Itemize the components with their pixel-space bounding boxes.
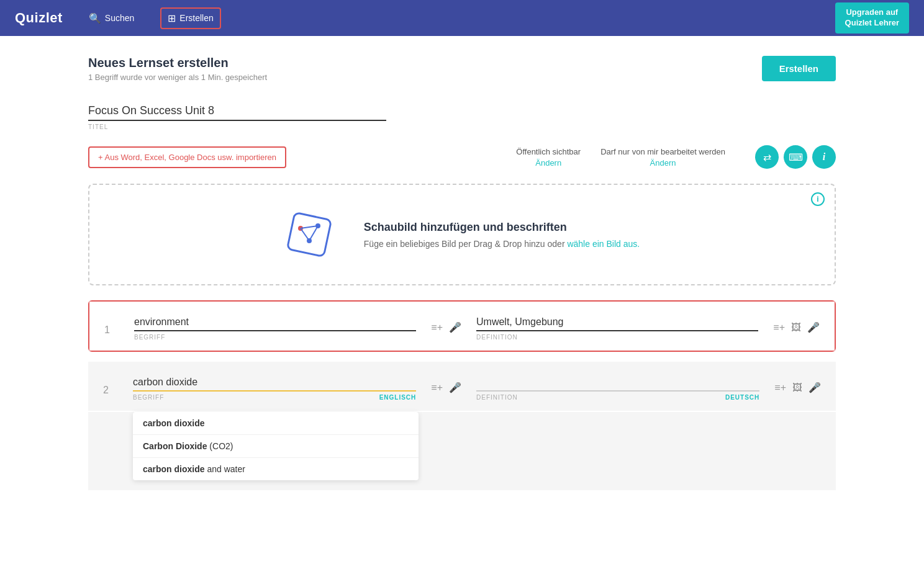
visibility-section: Öffentlich sichtbar Ändern Darf nur von … (516, 145, 836, 169)
create-icon: ⊞ (168, 12, 176, 24)
svg-line-5 (309, 226, 318, 241)
term-row-1: 1 BEGRIFF ≡+ 🎤 DEFINITION (88, 300, 836, 352)
public-visibility: Öffentlich sichtbar Ändern (516, 146, 581, 168)
def-2-label: DEFINITION (476, 394, 518, 401)
header-left: Neues Lernset erstellen 1 Begriff wurde … (88, 56, 267, 82)
search-label: Suchen (105, 13, 134, 23)
diagram-area: i Schaubild hinzufügen und beschriften F… (88, 184, 836, 285)
autocomplete-item-3[interactable]: carbon dioxide and water (133, 458, 419, 480)
def-2-input[interactable] (476, 374, 759, 392)
def-2-icons: ≡+ 🖼 🎤 (774, 382, 821, 401)
autocomplete-dropdown: carbon dioxide Carbon Dioxide (CO2) carb… (133, 412, 419, 480)
edit-change-link[interactable]: Ändern (650, 158, 676, 168)
diagram-info-icon[interactable]: i (811, 192, 825, 206)
search-nav-item[interactable]: 🔍 Suchen (83, 9, 140, 28)
arrows-icon-circle[interactable]: ⇄ (755, 145, 779, 169)
term-2-icons: ≡+ 🎤 (431, 382, 461, 401)
term-1-icons: ≡+ 🎤 (431, 321, 461, 341)
search-icon: 🔍 (89, 12, 101, 24)
main-content: Neues Lernset erstellen 1 Begriff wurde … (0, 36, 924, 582)
import-button[interactable]: + Aus Word, Excel, Google Docs usw. impo… (88, 146, 286, 168)
vis-icons: ⇄ ⌨ i (755, 145, 836, 169)
def-1-format-icon[interactable]: ≡+ (773, 322, 785, 333)
def-2-field: DEFINITION DEUTSCH (476, 374, 759, 401)
term-1-label: BEGRIFF (134, 334, 416, 341)
def-1-label: DEFINITION (476, 334, 758, 341)
term-2-input[interactable] (133, 374, 416, 392)
term-2-format-icon[interactable]: ≡+ (431, 382, 443, 393)
autocomplete-item-2[interactable]: Carbon Dioxide (CO2) (133, 435, 419, 458)
def-2-format-icon[interactable]: ≡+ (774, 382, 786, 393)
term-2-lang-label: ENGLISCH (379, 394, 417, 401)
svg-line-4 (301, 226, 318, 228)
def-2-mic-icon[interactable]: 🎤 (808, 382, 821, 393)
edit-visibility: Darf nur von mir bearbeitet werden Änder… (600, 146, 725, 168)
term-1-mic-icon[interactable]: 🎤 (449, 321, 461, 333)
edit-label: Darf nur von mir bearbeitet werden (600, 147, 725, 156)
autocomplete-item-1[interactable]: carbon dioxide (133, 412, 419, 435)
diagram-title: Schaubild hinzufügen und beschriften (364, 221, 640, 234)
def-1-mic-icon[interactable]: 🎤 (807, 321, 820, 333)
term-2-field: BEGRIFF ENGLISCH (133, 374, 416, 401)
def-1-icons: ≡+ 🖼 🎤 (773, 321, 820, 341)
public-label: Öffentlich sichtbar (516, 147, 581, 156)
diagram-description: Füge ein beliebiges Bild per Drag & Drop… (364, 239, 640, 249)
diagram-svg-icon (284, 210, 334, 259)
brand-logo: Quizlet (15, 10, 63, 26)
keyboard-icon-circle[interactable]: ⌨ (784, 145, 807, 169)
def-2-lang-label: DEUTSCH (725, 394, 759, 401)
def-1-image-icon[interactable]: 🖼 (791, 322, 801, 333)
term-2-number: 2 (103, 385, 118, 401)
def-2-image-icon[interactable]: 🖼 (792, 382, 802, 393)
def-1-input[interactable] (476, 314, 758, 331)
term-2-label: BEGRIFF (133, 394, 164, 401)
term-2-mic-icon[interactable]: 🎤 (449, 382, 461, 393)
title-input[interactable] (88, 102, 386, 121)
header-row: Neues Lernset erstellen 1 Begriff wurde … (88, 56, 836, 82)
term-row-2-inner: 2 BEGRIFF ENGLISCH ≡+ 🎤 (88, 362, 836, 411)
term-1-field: BEGRIFF (134, 314, 416, 341)
term-1-number: 1 (104, 325, 119, 341)
diagram-select-link[interactable]: wähle ein Bild aus. (567, 239, 640, 249)
term-row-1-inner: 1 BEGRIFF ≡+ 🎤 DEFINITION (89, 302, 835, 351)
diagram-text: Schaubild hinzufügen und beschriften Füg… (364, 221, 640, 249)
info-icon-circle[interactable]: i (812, 145, 836, 169)
upgrade-button[interactable]: Upgraden auf Quizlet Lehrer (835, 2, 909, 34)
svg-line-6 (301, 228, 309, 241)
title-section: TITEL (88, 102, 836, 130)
page-heading: Neues Lernset erstellen (88, 56, 267, 70)
term-1-format-icon[interactable]: ≡+ (431, 322, 443, 333)
term-row-2: 2 BEGRIFF ENGLISCH ≡+ 🎤 (88, 362, 836, 490)
create-nav-item[interactable]: ⊞ Erstellen (160, 7, 220, 29)
navbar: Quizlet 🔍 Suchen ⊞ Erstellen Upgraden au… (0, 0, 924, 36)
autocomplete-dropdown-area: carbon dioxide Carbon Dioxide (CO2) carb… (88, 412, 836, 490)
def-1-field: DEFINITION (476, 314, 758, 341)
create-button[interactable]: Erstellen (762, 56, 836, 81)
public-change-link[interactable]: Ändern (535, 158, 561, 168)
title-label: TITEL (88, 123, 836, 130)
term-1-input[interactable] (134, 314, 416, 331)
saved-status: 1 Begriff wurde vor weniger als 1 Min. g… (88, 73, 267, 82)
toolbar-row: + Aus Word, Excel, Google Docs usw. impo… (88, 145, 836, 169)
svg-rect-0 (287, 212, 331, 256)
create-label: Erstellen (179, 13, 213, 23)
